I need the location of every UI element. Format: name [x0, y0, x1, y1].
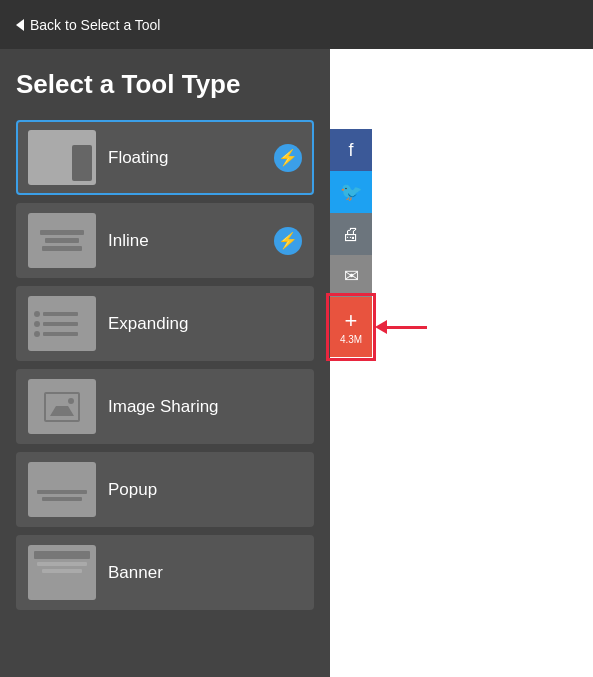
- facebook-icon: f: [348, 140, 353, 161]
- tool-item-floating[interactable]: Floating ⚡: [16, 120, 314, 195]
- top-bar: Back to Select a Tool: [0, 0, 593, 49]
- arrow-head-icon: [375, 320, 387, 334]
- tool-item-image-sharing[interactable]: Image Sharing: [16, 369, 314, 444]
- print-icon: 🖨: [342, 224, 360, 245]
- tool-item-popup[interactable]: Popup: [16, 452, 314, 527]
- back-button[interactable]: Back to Select a Tool: [16, 17, 160, 33]
- facebook-button[interactable]: f: [330, 129, 372, 171]
- thumb-image-sharing: [28, 379, 96, 434]
- tool-label-banner: Banner: [108, 563, 302, 583]
- thumb-inline: [28, 213, 96, 268]
- print-button[interactable]: 🖨: [330, 213, 372, 255]
- tool-label-image-sharing: Image Sharing: [108, 397, 302, 417]
- tool-label-floating: Floating: [108, 148, 262, 168]
- tool-list: Floating ⚡ Inline ⚡: [16, 120, 314, 610]
- social-sidebar: f 🐦 🖨 ✉ + 4.3M: [330, 129, 372, 357]
- arrow-indicator: [375, 320, 427, 334]
- bolt-badge-inline: ⚡: [274, 227, 302, 255]
- panel-title: Select a Tool Type: [16, 69, 314, 100]
- tool-label-popup: Popup: [108, 480, 302, 500]
- email-button[interactable]: ✉: [330, 255, 372, 297]
- tool-item-expanding[interactable]: Expanding: [16, 286, 314, 361]
- tool-label-inline: Inline: [108, 231, 262, 251]
- thumb-popup: [28, 462, 96, 517]
- tool-label-expanding: Expanding: [108, 314, 302, 334]
- right-panel: f 🐦 🖨 ✉ + 4.3M: [330, 49, 593, 677]
- arrow-line: [387, 326, 427, 329]
- bolt-badge-floating: ⚡: [274, 144, 302, 172]
- thumb-expanding: [28, 296, 96, 351]
- twitter-icon: 🐦: [340, 181, 362, 203]
- tool-item-banner[interactable]: Banner: [16, 535, 314, 610]
- left-panel: Select a Tool Type Floating ⚡ Inline ⚡: [0, 49, 330, 677]
- email-icon: ✉: [344, 265, 359, 287]
- thumb-floating: [28, 130, 96, 185]
- tool-item-inline[interactable]: Inline ⚡: [16, 203, 314, 278]
- plus-button-container: + 4.3M: [330, 297, 372, 357]
- main-layout: Select a Tool Type Floating ⚡ Inline ⚡: [0, 49, 593, 677]
- plus-count: 4.3M: [340, 334, 362, 345]
- twitter-button[interactable]: 🐦: [330, 171, 372, 213]
- thumb-banner: [28, 545, 96, 600]
- back-label: Back to Select a Tool: [30, 17, 160, 33]
- plus-button[interactable]: + 4.3M: [330, 297, 372, 357]
- back-arrow-icon: [16, 19, 24, 31]
- plus-icon: +: [345, 310, 358, 332]
